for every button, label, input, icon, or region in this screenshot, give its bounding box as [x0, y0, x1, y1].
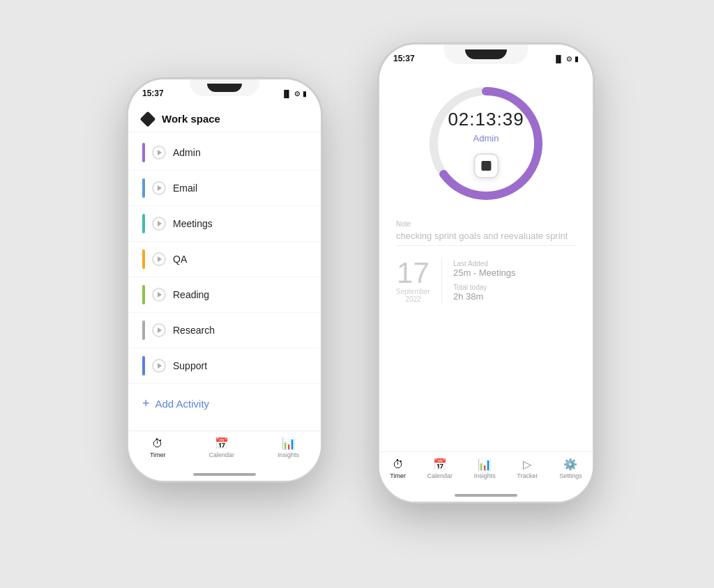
right-settings-icon: ⚙️: [563, 458, 577, 471]
right-nav-calendar[interactable]: 📅 Calendar: [427, 458, 453, 479]
stop-button[interactable]: [473, 153, 499, 178]
wifi-icon-right: ⊙: [566, 55, 572, 63]
insights-icon-left: 📊: [282, 437, 296, 450]
workspace-icon: [140, 111, 156, 127]
right-tracker-label: Tracker: [517, 472, 538, 479]
right-nav-settings[interactable]: ⚙️ Settings: [559, 458, 582, 479]
last-added-label: Last Added: [453, 260, 516, 268]
right-timer-label: Timer: [390, 472, 406, 479]
admin-play-btn[interactable]: [152, 146, 166, 160]
right-timer-icon: ⏱: [393, 458, 404, 471]
reading-play-triangle: [158, 292, 162, 297]
left-calendar-label: Calendar: [209, 451, 235, 458]
qa-play-btn[interactable]: [152, 252, 166, 266]
right-settings-label: Settings: [559, 472, 582, 479]
timer-ring: 02:13:39 Admin: [423, 81, 549, 206]
reading-label: Reading: [173, 289, 209, 300]
note-label: Note: [396, 220, 576, 228]
left-nav-insights[interactable]: 📊 Insights: [278, 437, 299, 458]
date-block: 17 September 2022: [396, 258, 442, 303]
support-play-btn[interactable]: [152, 359, 166, 373]
left-screen: 15:37 ▐▌ ⊙ ▮ Work space Admin: [128, 79, 321, 481]
calendar-icon: 📅: [215, 437, 229, 450]
research-play-btn[interactable]: [152, 323, 166, 337]
left-insights-label: Insights: [278, 451, 299, 458]
right-insights-label: Insights: [474, 472, 496, 479]
meetings-play-triangle: [158, 221, 162, 226]
add-activity-button[interactable]: + Add Activity: [128, 387, 321, 421]
left-nav-calendar[interactable]: 📅 Calendar: [209, 437, 235, 458]
meetings-play-btn[interactable]: [152, 217, 166, 231]
qa-label: QA: [173, 254, 187, 265]
email-color-bar: [142, 178, 145, 198]
timer-circle-container: 02:13:39 Admin: [396, 70, 576, 213]
email-label: Email: [173, 183, 197, 194]
timer-center: 02:13:39 Admin: [448, 109, 524, 178]
note-section: Note checking sprint goals and reevaluat…: [396, 213, 576, 246]
date-year: 2022: [405, 295, 420, 303]
qa-play-triangle: [158, 256, 162, 262]
right-insights-icon: 📊: [478, 458, 492, 471]
research-play-triangle: [158, 327, 162, 333]
left-bottom-nav: ⏱ Timer 📅 Calendar 📊 Insights: [128, 431, 321, 468]
menu-item-email[interactable]: Email: [128, 171, 321, 206]
note-text[interactable]: checking sprint goals and reevaluate spr…: [396, 231, 576, 241]
left-timer-label: Timer: [150, 451, 166, 458]
date-month: September: [396, 288, 430, 295]
support-color-bar: [142, 356, 145, 376]
menu-items-list: Admin Email Meetings: [128, 132, 321, 387]
left-time: 15:37: [142, 88, 164, 98]
left-nav-timer[interactable]: ⏱ Timer: [150, 438, 166, 458]
battery-icon: ▮: [303, 90, 307, 98]
email-play-triangle: [158, 185, 162, 191]
admin-label: Admin: [173, 147, 201, 158]
right-status-icons: ▐▌ ⊙ ▮: [554, 55, 579, 63]
left-home-bar: [193, 473, 256, 476]
date-day: 17: [397, 258, 430, 288]
timer-icon: ⏱: [152, 438, 163, 450]
stat-last-added: Last Added 25m - Meetings: [453, 260, 516, 278]
email-play-btn[interactable]: [152, 181, 166, 195]
stats-block: Last Added 25m - Meetings Total today 2h…: [453, 258, 516, 303]
stat-total-today: Total today 2h 38m: [453, 284, 516, 302]
right-tracker-icon: ▷: [523, 458, 531, 471]
right-calendar-label: Calendar: [427, 472, 453, 479]
total-today-value: 2h 38m: [453, 291, 516, 302]
menu-item-support[interactable]: Support: [128, 348, 321, 384]
add-activity-label: Add Activity: [155, 398, 210, 410]
reading-color-bar: [142, 285, 145, 304]
menu-item-admin[interactable]: Admin: [128, 135, 321, 171]
right-bottom-nav: ⏱ Timer 📅 Calendar 📊 Insights ▷ Tracker …: [379, 451, 593, 489]
meetings-color-bar: [142, 214, 145, 233]
left-notch-inner: [207, 84, 242, 92]
left-notch: [190, 79, 259, 96]
right-time: 15:37: [393, 54, 415, 63]
admin-play-triangle: [158, 150, 162, 155]
timer-time-display: 02:13:39: [448, 109, 524, 130]
qa-color-bar: [142, 249, 145, 269]
scene: 15:37 ▐▌ ⊙ ▮ Work space Admin: [113, 22, 601, 566]
signal-icon-right: ▐▌: [554, 55, 563, 63]
right-phone: 15:37 ▐▌ ⊙ ▮: [378, 43, 594, 503]
menu-item-reading[interactable]: Reading: [128, 277, 321, 313]
right-nav-insights[interactable]: 📊 Insights: [474, 458, 496, 479]
left-phone: 15:37 ▐▌ ⊙ ▮ Work space Admin: [127, 78, 322, 482]
total-today-label: Total today: [453, 284, 516, 291]
battery-icon-right: ▮: [575, 55, 579, 63]
right-nav-timer[interactable]: ⏱ Timer: [390, 458, 406, 479]
right-nav-tracker[interactable]: ▷ Tracker: [517, 458, 538, 479]
right-notch-inner: [465, 49, 507, 59]
right-calendar-icon: 📅: [433, 458, 447, 471]
left-home-indicator: [128, 468, 321, 481]
meetings-label: Meetings: [173, 218, 213, 229]
left-status-icons: ▐▌ ⊙ ▮: [282, 90, 307, 98]
right-screen: 15:37 ▐▌ ⊙ ▮: [379, 45, 593, 502]
workspace-label: Work space: [162, 113, 220, 125]
support-play-triangle: [158, 363, 162, 369]
support-label: Support: [173, 360, 207, 371]
menu-item-meetings[interactable]: Meetings: [128, 206, 321, 242]
menu-item-qa[interactable]: QA: [128, 242, 321, 277]
research-color-bar: [142, 320, 145, 340]
menu-item-research[interactable]: Research: [128, 313, 321, 348]
reading-play-btn[interactable]: [152, 288, 166, 302]
